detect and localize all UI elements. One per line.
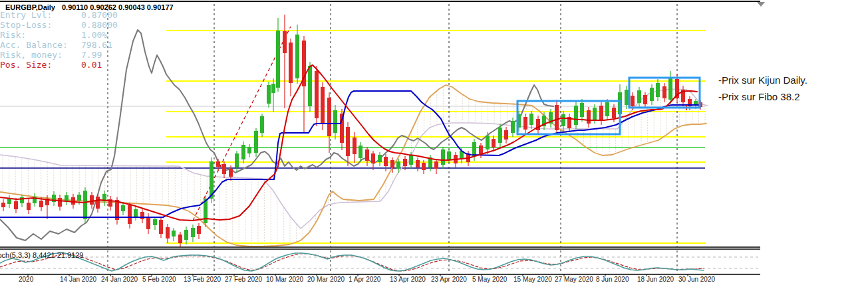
text-annotations: -Prix sur Kijun Daily. -Prix sur Fibo 38… — [718, 72, 807, 105]
info-row-pos-size: Pos. Size:0.01 — [0, 60, 102, 70]
x-axis-label: 10 Mar 2020 — [266, 276, 303, 283]
x-axis-label: 2020 — [19, 276, 33, 283]
x-axis-label: 1 Apr 2020 — [349, 276, 380, 283]
x-axis-label: 14 Jan 2020 — [60, 276, 96, 283]
annotation-kijun: -Prix sur Kijun Daily. — [718, 72, 807, 88]
x-axis-label: 5 May 2020 — [472, 276, 507, 283]
x-axis-label: 18 Jun 2020 — [637, 276, 674, 283]
stochastic-indicator-label: Stoch(5,3,3) 8.4421 21.9129 — [0, 251, 83, 259]
x-axis-label: 23 Apr 2020 — [431, 276, 467, 283]
chart-shift-triangle-icon — [757, 2, 765, 7]
info-row-entry: Entry Lvl:0.87000 — [0, 10, 118, 20]
x-axis-label: 13 Feb 2020 — [184, 276, 221, 283]
x-axis[interactable]: 202014 Jan 202024 Jan 20205 Feb 202013 F… — [0, 276, 868, 283]
x-axis-label: 5 Feb 2020 — [142, 276, 176, 283]
mt4-chart-window[interactable]: EURGBP,Daily0.90110 0.90262 0.90043 0.90… — [0, 0, 868, 283]
annotation-fibo: -Prix sur Fibo 38.2 — [718, 88, 807, 105]
x-axis-label: 15 May 2020 — [513, 276, 552, 283]
x-axis-label: 13 Apr 2020 — [390, 276, 426, 283]
info-row-risk-money: Risk, money:7.99 — [0, 50, 102, 60]
x-axis-label: 27 Feb 2020 — [225, 276, 262, 283]
info-row-risk: Risk:1.00% — [0, 30, 107, 40]
x-axis-label: 20 Mar 2020 — [307, 276, 345, 283]
x-axis-label: 30 Jun 2020 — [678, 276, 715, 283]
x-axis-label: 24 Jan 2020 — [101, 276, 138, 283]
x-axis-label: 8 Jun 2020 — [596, 276, 629, 283]
info-row-balance: Acc. Balance:798.61 — [0, 40, 112, 50]
info-row-stoploss: Stop-Loss:0.88000 — [0, 20, 118, 30]
trendline-dashed — [193, 27, 291, 221]
x-axis-label: 27 May 2020 — [555, 276, 593, 283]
chart-canvas[interactable] — [0, 0, 868, 283]
